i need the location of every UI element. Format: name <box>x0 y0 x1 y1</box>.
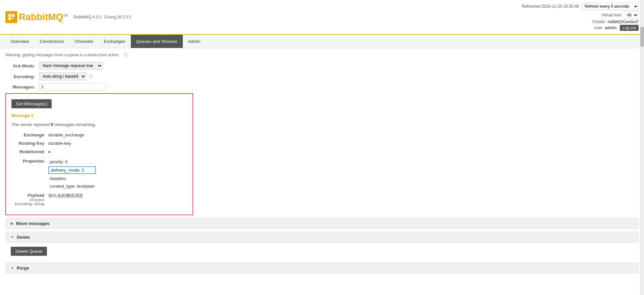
user-label: User <box>594 25 602 30</box>
redelivered-value: • <box>48 149 50 155</box>
vhost-label: Virtual host <box>601 13 622 17</box>
version-rabbitmq: RabbitMQ 4.0.3 <box>73 15 102 19</box>
refreshed-label: Refreshed 2024-11-20 16:35:46 <box>522 4 579 9</box>
warning-message: Warning: getting messages from a queue i… <box>5 53 120 57</box>
server-report: The server reported 0 messages remaining… <box>11 122 187 127</box>
warning-text: Warning: getting messages from a queue i… <box>5 52 639 58</box>
ack-mode-label: Ack Mode: <box>5 63 39 68</box>
nav-channels[interactable]: Channels <box>69 35 98 48</box>
delete-arrow: ▼ <box>11 235 14 239</box>
scrollbar[interactable] <box>640 0 644 278</box>
get-messages-button[interactable]: Get Message(s) <box>11 99 52 108</box>
message-title: Message 1 <box>11 113 187 118</box>
message-box: Get Message(s) Message 1 The server repo… <box>5 93 193 215</box>
nav-overview[interactable]: Overview <box>5 35 34 48</box>
top-right-info: Refreshed 2024-11-20 16:35:46 Refresh ev… <box>522 3 639 32</box>
ack-mode-select[interactable]: Nack message requeue true Nack message r… <box>39 62 103 70</box>
vhost-row: Virtual host All <box>522 11 639 19</box>
svg-rect-3 <box>12 17 13 19</box>
payload-value: 持久化的测试消息 <box>48 193 83 199</box>
nav-exchanges[interactable]: Exchanges <box>98 35 130 48</box>
property-headers: headers: <box>48 175 96 182</box>
exchange-value: durable_exchange <box>48 132 84 137</box>
purge-arrow: ▼ <box>11 266 14 270</box>
messages-label: Messages: <box>5 84 39 90</box>
redelivered-row: Redelivered • <box>11 149 187 155</box>
version-badges: RabbitMQ 4.0.3 Erlang 26.2.5.5 <box>73 15 131 19</box>
delete-section-content: Delete Queue <box>5 243 639 260</box>
refresh-row: Refreshed 2024-11-20 16:35:46 Refresh ev… <box>522 3 639 10</box>
server-report-count: 0 <box>51 122 53 127</box>
logo: RabbitMQTM <box>5 11 68 23</box>
purge-section-header[interactable]: ▼ Purge <box>5 262 639 274</box>
purge-label: Purge <box>17 266 29 271</box>
rabbitmq-icon <box>7 13 15 21</box>
properties-row: Properties priority: 0 delivery_mode: 2 … <box>11 159 187 189</box>
cluster-row: Cluster rabbit@Centos7 <box>522 19 639 24</box>
logo-mq: MQ <box>48 12 63 22</box>
move-messages-label: Move messages <box>16 221 50 226</box>
payload-encoding: Encoding: string <box>11 202 44 206</box>
routing-key-label: Routing Key <box>11 141 48 146</box>
redelivered-label: Redelivered <box>11 149 48 154</box>
refresh-select[interactable]: Refresh every 5 seconds Refresh every 10… <box>582 3 639 10</box>
property-content-type: content_type: text/plain <box>48 183 96 189</box>
svg-rect-1 <box>12 14 14 17</box>
ack-mode-row: Ack Mode: Nack message requeue true Nack… <box>5 62 639 70</box>
exchange-row: Exchange durable_exchange <box>11 132 187 137</box>
properties-label: Properties <box>11 159 48 164</box>
nav-bar: Overview Connections Channels Exchanges … <box>0 35 644 48</box>
vhost-select[interactable]: All <box>624 11 639 19</box>
version-erlang: Erlang 26.2.5.5 <box>104 15 131 19</box>
logo-rabbit: Rabbit <box>19 12 48 22</box>
delete-queue-button[interactable]: Delete Queue <box>11 247 47 256</box>
logo-tm: TM <box>63 14 68 17</box>
routing-key-value: durable-key <box>48 141 71 146</box>
user-value: admin <box>605 25 616 30</box>
move-messages-arrow: ▶ <box>11 222 13 225</box>
delete-label: Delete <box>17 235 30 240</box>
message-title-text: Message <box>11 113 30 118</box>
delete-section-header[interactable]: ▼ Delete <box>5 232 639 243</box>
routing-key-row: Routing Key durable-key <box>11 141 187 146</box>
logo-icon <box>5 11 17 23</box>
nav-queues[interactable]: Queues and Streams <box>131 35 183 48</box>
warning-help-link[interactable]: ? <box>123 52 128 58</box>
svg-rect-0 <box>8 14 11 17</box>
nav-connections[interactable]: Connections <box>34 35 69 48</box>
encoding-help-link[interactable]: ? <box>88 74 94 79</box>
user-row: User admin Log out <box>522 25 639 31</box>
messages-row: Messages: <box>5 83 639 91</box>
logo-area: RabbitMQTM RabbitMQ 4.0.3 Erlang 26.2.5.… <box>5 11 131 23</box>
encoding-row: Encoding: Auto string / base64 base64 st… <box>5 72 639 80</box>
payload-row: Payload 24 bytes Encoding: string 持久化的测试… <box>11 193 187 206</box>
server-report-suffix: messages remaining. <box>55 122 96 127</box>
server-report-prefix: The server reported <box>11 122 50 127</box>
logo-text: RabbitMQTM <box>19 12 68 22</box>
exchange-label: Exchange <box>11 132 48 137</box>
cluster-label: Cluster <box>592 19 605 24</box>
cluster-value: rabbit@Centos7 <box>608 19 639 24</box>
payload-label: Payload <box>11 193 44 198</box>
encoding-label: Encoding: <box>5 74 39 79</box>
payload-size: 24 bytes <box>11 198 44 202</box>
payload-label-block: Payload 24 bytes Encoding: string <box>11 193 48 206</box>
nav-admin[interactable]: Admin <box>183 35 206 48</box>
messages-input[interactable] <box>39 83 106 91</box>
property-delivery-mode: delivery_mode: 2 <box>48 166 96 174</box>
move-messages-section-header[interactable]: ▶ Move messages <box>5 218 639 229</box>
svg-rect-2 <box>8 17 11 20</box>
message-number: 1 <box>31 113 34 118</box>
encoding-select[interactable]: Auto string / base64 base64 string <box>39 72 86 80</box>
top-bar: RabbitMQTM RabbitMQ 4.0.3 Erlang 26.2.5.… <box>0 0 644 35</box>
properties-block: priority: 0 delivery_mode: 2 headers: co… <box>48 159 96 189</box>
scrollbar-thumb[interactable] <box>640 27 644 47</box>
logout-button[interactable]: Log out <box>620 25 639 31</box>
property-priority: priority: 0 <box>48 159 96 165</box>
main-content: Warning: getting messages from a queue i… <box>0 48 644 278</box>
